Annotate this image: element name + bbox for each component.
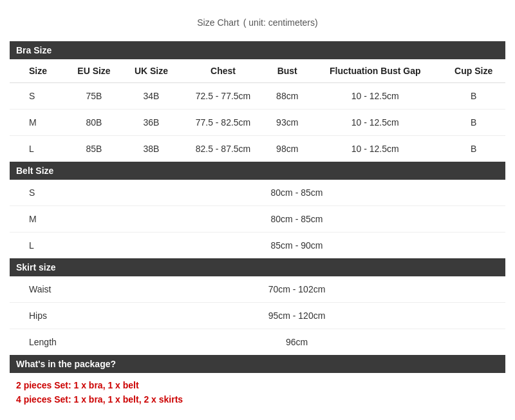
package-line: 4 pieces Set: 1 x bra, 1 x belt, 2 x ski… [16, 392, 499, 406]
title-subtitle: ( unit: centimeters) [243, 17, 318, 28]
bra-cup-cell: B [442, 110, 505, 136]
bra-cup-cell: B [442, 83, 505, 110]
bra-chest-cell: 72.5 - 77.5cm [180, 83, 267, 110]
skirt-section-header: Skirt size [10, 258, 505, 276]
bra-table-row: L 85B 38B 82.5 - 87.5cm 98cm 10 - 12.5cm… [10, 136, 505, 162]
belt-size-cell: L [10, 233, 74, 259]
skirt-label-cell: Length [10, 329, 74, 356]
bra-size-cell: L [10, 136, 66, 162]
skirt-table-row: Waist 70cm - 102cm [10, 276, 505, 303]
belt-measurement-cell: 85cm - 90cm [74, 233, 505, 259]
package-content: 2 pieces Set: 1 x bra, 1 x belt4 pieces … [10, 373, 505, 412]
bra-eu-cell: 85B [66, 136, 123, 162]
skirt-measurement-cell: 96cm [74, 329, 505, 356]
bra-chest-cell: 82.5 - 87.5cm [180, 136, 267, 162]
bra-fluctuation-cell: 10 - 12.5cm [308, 136, 442, 162]
package-line: 2 pieces Set: 1 x bra, 1 x belt [16, 378, 499, 392]
col-size: Size [10, 59, 66, 83]
bra-uk-cell: 34B [122, 83, 180, 110]
bra-table-row: S 75B 34B 72.5 - 77.5cm 88cm 10 - 12.5cm… [10, 83, 505, 110]
belt-section-header: Belt Size [10, 162, 505, 180]
belt-size-table: S 80cm - 85cm M 80cm - 85cm L 85cm - 90c… [10, 180, 505, 258]
bra-uk-cell: 36B [122, 110, 180, 136]
bra-size-cell: M [10, 110, 66, 136]
skirt-label-cell: Waist [10, 276, 74, 303]
bra-fluctuation-cell: 10 - 12.5cm [308, 110, 442, 136]
bra-bust-cell: 93cm [266, 110, 308, 136]
bra-bust-cell: 98cm [266, 136, 308, 162]
bra-chest-cell: 77.5 - 82.5cm [180, 110, 267, 136]
col-cup: Cup Size [442, 59, 505, 83]
col-fluctuation: Fluctuation Bust Gap [308, 59, 442, 83]
bra-bust-cell: 88cm [266, 83, 308, 110]
belt-size-cell: M [10, 206, 74, 233]
bra-uk-cell: 38B [122, 136, 180, 162]
col-bust: Bust [266, 59, 308, 83]
bra-eu-cell: 75B [66, 83, 123, 110]
skirt-measurement-cell: 70cm - 102cm [74, 276, 505, 303]
skirt-measurement-cell: 95cm - 120cm [74, 303, 505, 329]
bra-fluctuation-cell: 10 - 12.5cm [308, 83, 442, 110]
belt-measurement-cell: 80cm - 85cm [74, 206, 505, 233]
skirt-table-row: Hips 95cm - 120cm [10, 303, 505, 329]
package-section-header: What's in the package? [10, 355, 505, 373]
bra-section-header: Bra Size [10, 41, 505, 59]
bra-table-header-row: Size EU Size UK Size Chest Bust Fluctuat… [10, 59, 505, 83]
belt-measurement-cell: 80cm - 85cm [74, 180, 505, 206]
belt-table-row: L 85cm - 90cm [10, 233, 505, 259]
title-main: Size Chart [197, 17, 239, 28]
bra-size-cell: S [10, 83, 66, 110]
belt-table-row: M 80cm - 85cm [10, 206, 505, 233]
col-eu-size: EU Size [66, 59, 123, 83]
belt-size-cell: S [10, 180, 74, 206]
bra-cup-cell: B [442, 136, 505, 162]
bra-table-row: M 80B 36B 77.5 - 82.5cm 93cm 10 - 12.5cm… [10, 110, 505, 136]
bra-eu-cell: 80B [66, 110, 123, 136]
skirt-size-table: Waist 70cm - 102cm Hips 95cm - 120cm Len… [10, 276, 505, 355]
skirt-label-cell: Hips [10, 303, 74, 329]
skirt-table-row: Length 96cm [10, 329, 505, 356]
col-uk-size: UK Size [122, 59, 180, 83]
belt-table-row: S 80cm - 85cm [10, 180, 505, 206]
page-title: Size Chart ( unit: centimeters) [10, 13, 505, 30]
col-chest: Chest [180, 59, 267, 83]
bra-size-table: Size EU Size UK Size Chest Bust Fluctuat… [10, 59, 505, 162]
